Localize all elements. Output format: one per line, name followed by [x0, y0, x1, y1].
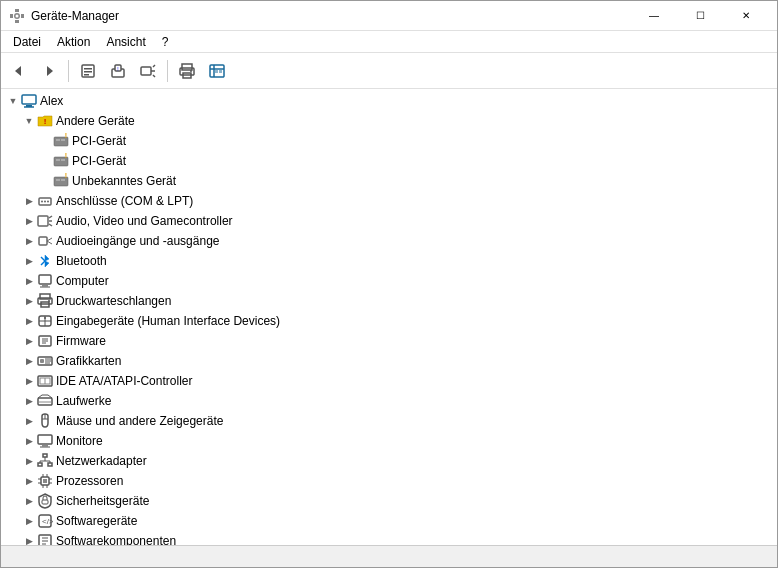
- expand-audio2[interactable]: ▶: [21, 233, 37, 249]
- svg-text:!: !: [65, 133, 67, 139]
- device-manager-window: Geräte-Manager — ☐ ✕ Datei Aktion Ansich…: [0, 0, 778, 568]
- expand-software-comp[interactable]: ▶: [21, 533, 37, 545]
- device-tree[interactable]: ▼ Alex ▼ ! Andere Geräte: [1, 89, 777, 545]
- maximize-button[interactable]: ☐: [677, 1, 723, 31]
- tree-node-alex[interactable]: ▼ Alex: [1, 91, 777, 111]
- svg-text:</>: </>: [42, 517, 53, 526]
- svg-rect-34: [61, 139, 65, 141]
- print-button[interactable]: [173, 57, 201, 85]
- tree-node-drive[interactable]: ▶ Laufwerke: [1, 391, 777, 411]
- back-button[interactable]: [5, 57, 33, 85]
- minimize-button[interactable]: —: [631, 1, 677, 31]
- menu-help[interactable]: ?: [154, 33, 177, 51]
- port-icon: [37, 193, 53, 209]
- expand-audio[interactable]: ▶: [21, 213, 37, 229]
- tree-node-mouse[interactable]: ▶ Mäuse und andere Zeigegeräte: [1, 411, 777, 431]
- svg-rect-9: [84, 68, 92, 70]
- svg-rect-42: [61, 179, 65, 181]
- tree-node-network[interactable]: ▶ Netzwerkadapter: [1, 451, 777, 471]
- expand-andere-geraete[interactable]: ▼: [21, 113, 37, 129]
- svg-text:!: !: [117, 65, 118, 71]
- expand-gpu[interactable]: ▶: [21, 353, 37, 369]
- tree-node-pci-1[interactable]: ▶ ! PCI-Gerät: [1, 131, 777, 151]
- svg-rect-15: [141, 67, 151, 75]
- tree-node-andere-geraete[interactable]: ▼ ! Andere Geräte: [1, 111, 777, 131]
- tree-node-audio2[interactable]: ▶ Audioeingänge und -ausgänge: [1, 231, 777, 251]
- audio-label: Audio, Video und Gamecontroller: [56, 214, 233, 228]
- expand-cpu[interactable]: ▶: [21, 473, 37, 489]
- title-icon: [9, 8, 25, 24]
- software-comp-label: Softwarekomponenten: [56, 534, 176, 545]
- cpu-label: Prozessoren: [56, 474, 123, 488]
- tree-node-gpu[interactable]: ▶ Grafikkarten: [1, 351, 777, 371]
- tree-node-firmware[interactable]: ▶ Firmware: [1, 331, 777, 351]
- expand-hid[interactable]: ▶: [21, 313, 37, 329]
- svg-marker-6: [15, 66, 21, 76]
- firmware-label: Firmware: [56, 334, 106, 348]
- expand-network[interactable]: ▶: [21, 453, 37, 469]
- drive-icon: [37, 393, 53, 409]
- svg-rect-0: [15, 9, 19, 12]
- tree-node-print[interactable]: ▶ Druckwarteschlangen: [1, 291, 777, 311]
- tree-node-software-dev[interactable]: ▶ </> Softwaregeräte: [1, 511, 777, 531]
- tree-node-pci-2[interactable]: ▶ ! PCI-Gerät: [1, 151, 777, 171]
- menu-datei[interactable]: Datei: [5, 33, 49, 51]
- expand-computer[interactable]: ▶: [21, 273, 37, 289]
- monitor-label: Monitore: [56, 434, 103, 448]
- svg-point-22: [190, 70, 192, 72]
- update-driver-button[interactable]: !: [104, 57, 132, 85]
- svg-line-55: [41, 257, 45, 261]
- svg-rect-10: [84, 71, 92, 73]
- bluetooth-icon: [37, 253, 53, 269]
- forward-button[interactable]: [35, 57, 63, 85]
- view-details-button[interactable]: [203, 57, 231, 85]
- svg-rect-87: [38, 435, 52, 444]
- expand-ports[interactable]: ▶: [21, 193, 37, 209]
- expand-mouse[interactable]: ▶: [21, 413, 37, 429]
- folder-warning-icon: !: [37, 113, 53, 129]
- expand-monitor[interactable]: ▶: [21, 433, 37, 449]
- tree-node-hid[interactable]: ▶ Eingabegeräte (Human Interface Devices…: [1, 311, 777, 331]
- warning-device-icon-2: !: [53, 153, 69, 169]
- tree-node-software-comp[interactable]: ▶ Softwarekomponenten: [1, 531, 777, 545]
- network-label: Netzwerkadapter: [56, 454, 147, 468]
- expand-security[interactable]: ▶: [21, 493, 37, 509]
- tree-node-unknown[interactable]: ▶ ! Unbekanntes Gerät: [1, 171, 777, 191]
- tree-node-ide[interactable]: ▶ IDE ATA/ATAPI-Controller: [1, 371, 777, 391]
- computer-icon: [21, 93, 37, 109]
- tree-node-monitor[interactable]: ▶ Monitore: [1, 431, 777, 451]
- tree-node-computer[interactable]: ▶ Computer: [1, 271, 777, 291]
- expand-bluetooth[interactable]: ▶: [21, 253, 37, 269]
- unknown-label: Unbekanntes Gerät: [72, 174, 176, 188]
- tree-node-bluetooth[interactable]: ▶ Bluetooth: [1, 251, 777, 271]
- svg-rect-90: [43, 454, 47, 457]
- tree-node-ports[interactable]: ▶ Anschlüsse (COM & LPT): [1, 191, 777, 211]
- tree-node-audio[interactable]: ▶ Audio, Video und Gamecontroller: [1, 211, 777, 231]
- svg-rect-37: [56, 159, 60, 161]
- svg-point-45: [41, 201, 43, 203]
- bluetooth-label: Bluetooth: [56, 254, 107, 268]
- mouse-label: Mäuse und andere Zeigegeräte: [56, 414, 223, 428]
- audio-icon: [37, 213, 53, 229]
- svg-rect-48: [38, 216, 48, 226]
- properties-button[interactable]: [74, 57, 102, 85]
- disable-device-button[interactable]: [134, 57, 162, 85]
- svg-text:!: !: [65, 173, 67, 179]
- expand-firmware[interactable]: ▶: [21, 333, 37, 349]
- close-button[interactable]: ✕: [723, 1, 769, 31]
- expand-ide[interactable]: ▶: [21, 373, 37, 389]
- expand-icon-alex[interactable]: ▼: [5, 93, 21, 109]
- title-bar: Geräte-Manager — ☐ ✕: [1, 1, 777, 31]
- menu-aktion[interactable]: Aktion: [49, 33, 98, 51]
- tree-node-security[interactable]: ▶ Sicherheitsgeräte: [1, 491, 777, 511]
- warning-device-icon-1: !: [53, 133, 69, 149]
- tree-node-cpu[interactable]: ▶ Prozessoren: [1, 471, 777, 491]
- expand-drive[interactable]: ▶: [21, 393, 37, 409]
- drive-label: Laufwerke: [56, 394, 111, 408]
- expand-print[interactable]: ▶: [21, 293, 37, 309]
- status-bar: [1, 545, 777, 567]
- svg-text:!: !: [65, 153, 67, 159]
- svg-rect-2: [10, 14, 13, 18]
- menu-ansicht[interactable]: Ansicht: [98, 33, 153, 51]
- expand-software-dev[interactable]: ▶: [21, 513, 37, 529]
